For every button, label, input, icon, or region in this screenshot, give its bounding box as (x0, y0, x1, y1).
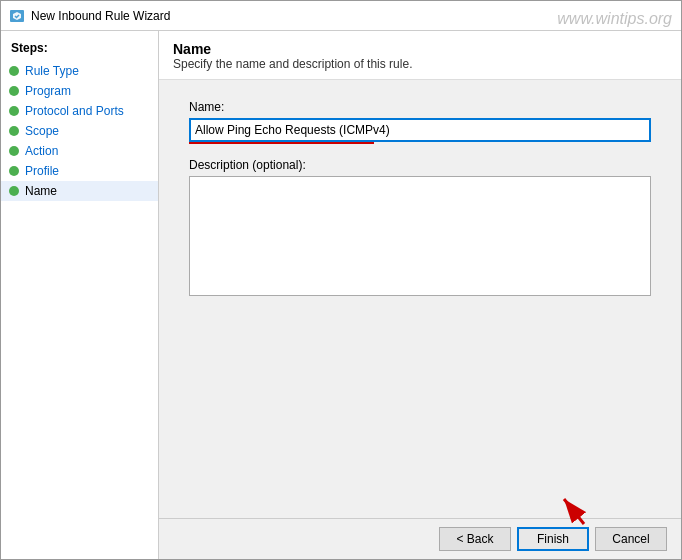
finish-button[interactable]: Finish (517, 527, 589, 551)
step-label-name: Name (25, 184, 57, 198)
back-button[interactable]: < Back (439, 527, 511, 551)
step-label-profile: Profile (25, 164, 59, 178)
content-area: Steps: Rule Type Program Protocol and Po… (1, 31, 681, 559)
form-area: Name: Description (optional): (159, 80, 681, 518)
name-label: Name: (189, 100, 651, 114)
step-dot-profile (9, 166, 19, 176)
sidebar-item-scope[interactable]: Scope (1, 121, 158, 141)
desc-textarea[interactable] (189, 176, 651, 296)
step-label-program: Program (25, 84, 71, 98)
left-panel: Steps: Rule Type Program Protocol and Po… (1, 31, 159, 559)
sidebar-item-rule-type[interactable]: Rule Type (1, 61, 158, 81)
page-title: Name (173, 41, 667, 57)
page-header: Name Specify the name and description of… (159, 31, 681, 80)
title-bar: New Inbound Rule Wizard (1, 1, 681, 31)
page-subtitle: Specify the name and description of this… (173, 57, 667, 71)
sidebar-item-profile[interactable]: Profile (1, 161, 158, 181)
step-label-rule-type: Rule Type (25, 64, 79, 78)
steps-label: Steps: (1, 41, 158, 61)
title-bar-icon (9, 8, 25, 24)
right-panel: Name Specify the name and description of… (159, 31, 681, 559)
step-dot-scope (9, 126, 19, 136)
cancel-button[interactable]: Cancel (595, 527, 667, 551)
step-dot-name (9, 186, 19, 196)
sidebar-item-action[interactable]: Action (1, 141, 158, 161)
step-dot-action (9, 146, 19, 156)
desc-label: Description (optional): (189, 158, 651, 172)
wizard-window: New Inbound Rule Wizard Steps: Rule Type… (0, 0, 682, 560)
sidebar-item-program[interactable]: Program (1, 81, 158, 101)
step-label-scope: Scope (25, 124, 59, 138)
step-label-action: Action (25, 144, 58, 158)
name-input-wrapper (189, 118, 651, 144)
name-input[interactable] (189, 118, 651, 142)
name-underline (189, 142, 374, 144)
step-dot-protocol-ports (9, 106, 19, 116)
desc-form-group: Description (optional): (189, 158, 651, 299)
button-bar: < Back Finish Cancel (159, 518, 681, 559)
step-label-protocol-ports: Protocol and Ports (25, 104, 124, 118)
sidebar-item-protocol-ports[interactable]: Protocol and Ports (1, 101, 158, 121)
name-form-group: Name: (189, 100, 651, 144)
title-bar-text: New Inbound Rule Wizard (31, 9, 170, 23)
step-dot-program (9, 86, 19, 96)
sidebar-item-name[interactable]: Name (1, 181, 158, 201)
step-dot-rule-type (9, 66, 19, 76)
